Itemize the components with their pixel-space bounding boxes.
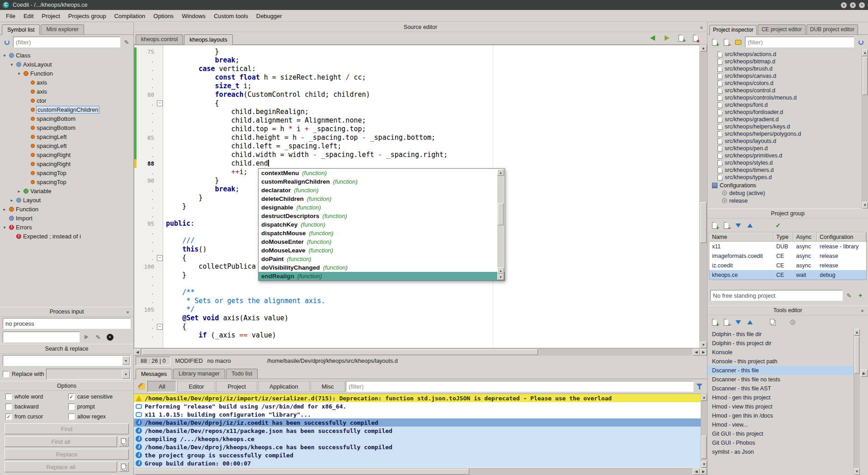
editor-vscrollbar[interactable]: ▲ ▼	[699, 45, 707, 348]
file-item[interactable]: src/kheops/control.d	[708, 87, 862, 94]
tree-item[interactable]: axis	[0, 87, 133, 96]
message-row[interactable]: i/home/basile/Dev/repos/x11/package.json…	[134, 427, 701, 435]
completion-item[interactable]: endRealign(function)	[259, 272, 505, 280]
tree-item[interactable]: axis	[0, 78, 133, 87]
close-icon[interactable]: ×	[859, 307, 866, 314]
filter-editor-button[interactable]: Editor	[177, 381, 215, 392]
scroll-right-button[interactable]: ▶	[700, 349, 707, 356]
tool-item[interactable]: Dscanner - this file no tests	[708, 375, 854, 384]
option-prompt[interactable]: prompt	[68, 404, 128, 410]
tool-item[interactable]: Hmod - gen this in /docs	[708, 411, 854, 420]
menu-edit[interactable]: Edit	[19, 11, 38, 21]
tools-list[interactable]: Dolphin - this file dirDolphin - this pr…	[708, 329, 854, 475]
configurations-node[interactable]: Configurations	[708, 182, 862, 189]
tab-kheops-control[interactable]: kheops.control	[136, 34, 183, 44]
file-item[interactable]: src/kheops/timers.d	[708, 166, 862, 174]
tree-item[interactable]: spacingTop	[0, 177, 133, 186]
project-file-tree[interactable]: src/kheops/actions.dsrc/kheops/bitmap.ds…	[708, 49, 862, 209]
tree-item[interactable]: ▸Variable	[0, 186, 133, 195]
completion-item[interactable]: doMouseEnter(function)	[259, 238, 505, 246]
message-row[interactable]: Performing "release" build using /usr/bi…	[134, 402, 701, 410]
completion-item[interactable]: destructDescriptors(function)	[259, 212, 505, 220]
tree-item[interactable]: spacingBottom	[0, 123, 133, 132]
scroll-left-button[interactable]: ◀	[134, 349, 141, 356]
scroll-down-button[interactable]: ▼	[701, 461, 707, 468]
option-whole-word[interactable]: whole word	[5, 394, 68, 400]
move-project-up-button[interactable]	[745, 220, 755, 230]
symbol-tree[interactable]: ▾Class▾AxisLayout▾Functionaxisaxisctorcu…	[0, 49, 133, 307]
menu-projects-group[interactable]: Projects group	[64, 11, 110, 21]
expander-icon[interactable]: ▾	[16, 71, 22, 76]
add-tool-button[interactable]	[710, 317, 720, 327]
menu-custom-tools[interactable]: Custom tools	[210, 11, 252, 21]
refresh-symbols-button[interactable]	[2, 37, 12, 47]
project-filter-input[interactable]	[745, 37, 854, 48]
scroll-up-button[interactable]: ▲	[854, 329, 860, 336]
scroll-up-button[interactable]: ▲	[497, 169, 504, 176]
tab-dub-project-editor[interactable]: DUB project editor	[807, 24, 858, 34]
move-project-down-button[interactable]	[733, 220, 743, 230]
scroll-thumb[interactable]	[498, 203, 504, 225]
completion-item[interactable]: doPaint(function)	[259, 255, 505, 263]
file-item[interactable]: src/kheops/fontloader.d	[708, 109, 862, 116]
column-configuration[interactable]: Configuration	[817, 233, 866, 242]
tree-item[interactable]: ctor	[0, 96, 133, 105]
send-input-button[interactable]	[81, 332, 91, 342]
tree-item[interactable]: customRealignChildren	[0, 105, 133, 114]
message-row[interactable]: icompiling /.../kheops/kheops.ce	[134, 435, 701, 443]
expander-icon[interactable]: ▾	[9, 62, 14, 67]
close-window-button[interactable]: ×	[859, 2, 865, 9]
tab-kheops-layouts[interactable]: kheops.layouts	[184, 34, 232, 45]
tab-messages[interactable]: Messages	[136, 369, 172, 379]
compile-group-button[interactable]: ✓	[773, 220, 783, 230]
menu-file[interactable]: File	[2, 11, 19, 21]
tool-item[interactable]: Git GUI - this project	[708, 429, 854, 438]
filter-application-button[interactable]: Application	[258, 381, 310, 392]
expander-icon[interactable]: ▸	[9, 198, 14, 203]
completion-item[interactable]: designable(function)	[259, 203, 505, 212]
remove-project-button[interactable]	[722, 220, 731, 230]
code-editor[interactable]: 75 }. break;. case vertical:. const floa…	[134, 45, 699, 348]
process-input-field[interactable]	[3, 332, 80, 342]
tool-item[interactable]: Dscanner - this file	[708, 366, 854, 375]
file-item[interactable]: src/kheops/helpers/keys.d	[708, 123, 862, 130]
scroll-up-button[interactable]: ▲	[701, 394, 707, 401]
messages-filter-input[interactable]	[346, 381, 693, 392]
scroll-left-button[interactable]: ◀	[693, 349, 700, 356]
tree-item[interactable]: !Expected ; instead of i	[0, 232, 133, 241]
refresh-project-button[interactable]	[856, 37, 866, 47]
file-item[interactable]: src/kheops/types.d	[708, 174, 862, 181]
message-row[interactable]: /home/basile/Dev/dproj/iz/import/iz/seri…	[134, 394, 701, 402]
file-item[interactable]: src/kheops/gradient.d	[708, 116, 862, 123]
expand-right-button[interactable]: ▶	[861, 370, 868, 377]
scroll-up-button[interactable]: ▲	[862, 49, 868, 56]
file-item[interactable]: src/kheops/primitives.d	[708, 152, 862, 159]
fold-marker[interactable]	[156, 254, 163, 262]
option-case-sensitive[interactable]: ✓case sensitive	[68, 394, 128, 400]
tree-item[interactable]: ▾AxisLayout	[0, 60, 133, 69]
replace-with-checkbox[interactable]: Replace with	[3, 371, 44, 377]
messages-hscrollbar[interactable]: ◀ ▶	[134, 468, 707, 475]
file-item[interactable]: src/kheops/brush.d	[708, 65, 862, 72]
menu-project[interactable]: Project	[38, 11, 64, 21]
configuration-item[interactable]: release	[708, 197, 862, 204]
remove-tool-button[interactable]	[722, 317, 731, 327]
scroll-thumb[interactable]	[700, 202, 707, 243]
scroll-up-button[interactable]: ▲	[497, 267, 504, 274]
tab-symbol-list[interactable]: Symbol list	[2, 24, 40, 35]
completion-item[interactable]: customRealignChildren(function)	[259, 177, 505, 186]
go-forward-button[interactable]	[662, 33, 672, 43]
minimize-button[interactable]: ∨	[840, 2, 847, 9]
send-raw-button[interactable]: ✎	[93, 332, 103, 342]
tool-item[interactable]: Dscanner - this file AST	[708, 384, 854, 393]
option-allow-regex[interactable]: allow regex	[68, 413, 128, 420]
new-file-button[interactable]	[676, 33, 686, 43]
tab-library-manager[interactable]: Library manager	[173, 369, 225, 379]
maximize-button[interactable]: ∧	[849, 2, 856, 9]
find-all-extra-button[interactable]	[119, 437, 129, 446]
tools-vscrollbar[interactable]: ▲ ▼	[854, 329, 860, 475]
kill-process-button[interactable]: ×	[105, 332, 115, 342]
project-group-row[interactable]: imageformats.coeditCEasyncrelease	[709, 251, 866, 261]
expander-icon[interactable]: ▸	[2, 207, 7, 212]
replace-button[interactable]: Replace	[5, 449, 129, 460]
